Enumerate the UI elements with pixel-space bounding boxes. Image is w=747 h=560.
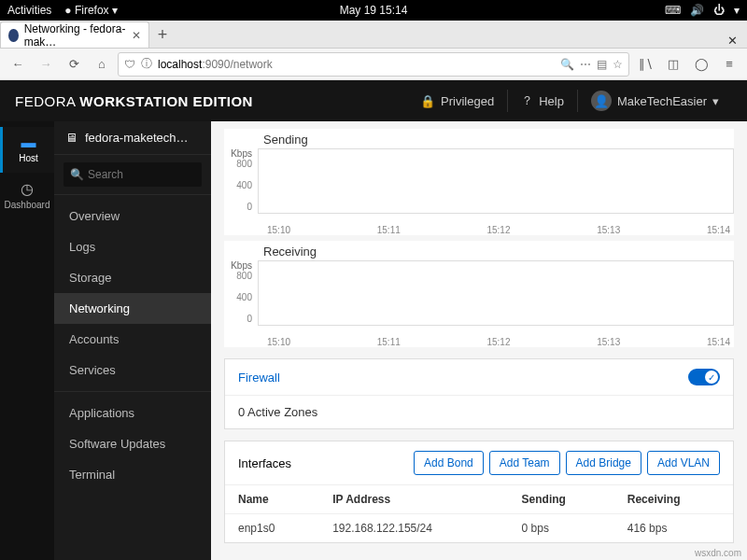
chart-plot-area: [258, 148, 734, 214]
tab-title: Networking - fedora-mak…: [24, 22, 126, 49]
forward-button[interactable]: →: [34, 52, 58, 77]
firewall-status: 0 Active Zones: [225, 396, 733, 428]
nav-item-software-updates[interactable]: Software Updates: [54, 428, 211, 459]
window-close-button[interactable]: ✕: [718, 34, 747, 48]
help-icon: ？: [521, 92, 533, 109]
chart-title: Receiving: [263, 241, 734, 260]
app-menu-label: Firefox: [75, 4, 109, 17]
chart-receiving: ReceivingKbps800400015:1015:1115:1215:13…: [224, 241, 734, 347]
column-header: Name: [225, 485, 319, 514]
rail-dashboard[interactable]: ◷ Dashboard: [0, 173, 54, 219]
browser-tab[interactable]: Networking - fedora-mak… ✕: [0, 21, 149, 48]
interfaces-card: Interfaces Add BondAdd TeamAdd BridgeAdd…: [224, 441, 734, 543]
sidebar-icon[interactable]: ◫: [661, 52, 685, 77]
interfaces-title: Interfaces: [238, 456, 291, 470]
user-menu[interactable]: 👤 MakeTechEasier ▾: [578, 91, 732, 111]
tab-favicon-icon: [8, 29, 19, 42]
nav-item-storage[interactable]: Storage: [54, 262, 211, 293]
avatar-icon: 👤: [591, 91, 612, 111]
desktop-topbar: Activities ● Firefox ▾ May 19 15:14 ⌨ 🔊 …: [0, 0, 747, 21]
url-text: localhost:9090/network: [158, 58, 555, 71]
column-header: Receiving: [614, 485, 733, 514]
rail-host-label: Host: [19, 153, 38, 163]
chevron-down-icon: ▾: [712, 94, 719, 108]
host-label: fedora-maketech…: [85, 131, 189, 145]
reload-button[interactable]: ⟳: [62, 52, 86, 77]
nav-item-networking[interactable]: Networking: [54, 293, 211, 324]
back-button[interactable]: ←: [6, 52, 30, 77]
firewall-card: Firewall 0 Active Zones: [224, 358, 734, 429]
nav-item-services[interactable]: Services: [54, 355, 211, 385]
brand: FEDORA WORKSTATION EDITION: [15, 93, 253, 109]
page-actions-icon[interactable]: ⋯: [580, 58, 591, 71]
firewall-toggle[interactable]: [688, 369, 720, 385]
side-nav: 🖥 fedora-maketech… 🔍 OverviewLogsStorage…: [54, 121, 211, 560]
shield-icon: 🛡: [124, 58, 135, 71]
add-bridge-button[interactable]: Add Bridge: [566, 451, 641, 475]
host-icon: ▬: [3, 134, 54, 151]
host-selector[interactable]: 🖥 fedora-maketech…: [54, 121, 211, 155]
column-header: IP Address: [319, 485, 508, 514]
nav-search-input[interactable]: [63, 162, 202, 187]
menu-button[interactable]: ≡: [717, 52, 741, 77]
search-engine-icon[interactable]: 🔍: [560, 58, 574, 71]
bookmark-star-icon[interactable]: ☆: [613, 58, 623, 71]
clock[interactable]: May 19 15:14: [340, 4, 408, 17]
lock-icon: 🔒: [420, 94, 435, 108]
power-icon[interactable]: ⏻: [713, 4, 725, 17]
privileged-toggle[interactable]: 🔒 Privileged: [407, 94, 507, 108]
new-tab-button[interactable]: +: [149, 21, 176, 48]
main-content: SendingKbps800400015:1015:1115:1215:1315…: [211, 121, 747, 560]
watermark: wsxdn.com: [695, 548, 741, 558]
add-team-button[interactable]: Add Team: [489, 451, 560, 475]
add-vlan-button[interactable]: Add VLAN: [647, 451, 720, 475]
chart-title: Sending: [263, 129, 734, 148]
add-bond-button[interactable]: Add Bond: [414, 451, 484, 475]
search-icon: 🔍: [70, 168, 84, 181]
chart-sending: SendingKbps800400015:1015:1115:1215:1315…: [224, 129, 734, 235]
reader-icon[interactable]: ▤: [597, 58, 607, 71]
browser-tabstrip: Networking - fedora-mak… ✕ + ✕: [0, 21, 747, 49]
tab-close-button[interactable]: ✕: [132, 29, 141, 42]
nav-item-logs[interactable]: Logs: [54, 231, 211, 262]
help-button[interactable]: ？ Help: [508, 92, 577, 109]
nav-item-terminal[interactable]: Terminal: [54, 459, 211, 490]
network-icon[interactable]: ⌨: [665, 4, 681, 17]
url-bar[interactable]: 🛡 ⓘ localhost:9090/network 🔍 ⋯ ▤ ☆: [118, 52, 629, 77]
nav-item-accounts[interactable]: Accounts: [54, 324, 211, 355]
server-icon: 🖥: [65, 131, 78, 145]
dashboard-icon: ◷: [0, 180, 54, 198]
interfaces-table: NameIP AddressSendingReceiving enp1s0192…: [225, 484, 733, 542]
interface-row[interactable]: enp1s0192.168.122.155/240 bps416 bps: [225, 514, 733, 543]
column-header: Sending: [509, 485, 614, 514]
user-name: MakeTechEasier: [617, 94, 707, 108]
volume-icon[interactable]: 🔊: [690, 4, 704, 17]
nav-item-applications[interactable]: Applications: [54, 398, 211, 428]
app-menu[interactable]: ● Firefox ▾: [64, 4, 118, 17]
chart-plot-area: [258, 260, 734, 326]
rail-dashboard-label: Dashboard: [5, 200, 50, 210]
nav-item-overview[interactable]: Overview: [54, 201, 211, 231]
help-label: Help: [539, 94, 564, 108]
firewall-link[interactable]: Firewall: [238, 371, 280, 385]
system-menu-chevron-icon[interactable]: ▾: [734, 4, 740, 17]
activities-button[interactable]: Activities: [7, 4, 51, 17]
info-icon[interactable]: ⓘ: [141, 56, 152, 72]
account-icon[interactable]: ◯: [689, 52, 713, 77]
library-icon[interactable]: ∥∖: [633, 52, 657, 77]
rail-host[interactable]: ▬ Host: [0, 127, 54, 173]
privileged-label: Privileged: [441, 94, 494, 108]
home-button[interactable]: ⌂: [90, 52, 114, 77]
cockpit-header: FEDORA WORKSTATION EDITION 🔒 Privileged …: [0, 80, 747, 121]
browser-navbar: ← → ⟳ ⌂ 🛡 ⓘ localhost:9090/network 🔍 ⋯ ▤…: [0, 49, 747, 80]
left-rail: ▬ Host ◷ Dashboard: [0, 121, 54, 560]
